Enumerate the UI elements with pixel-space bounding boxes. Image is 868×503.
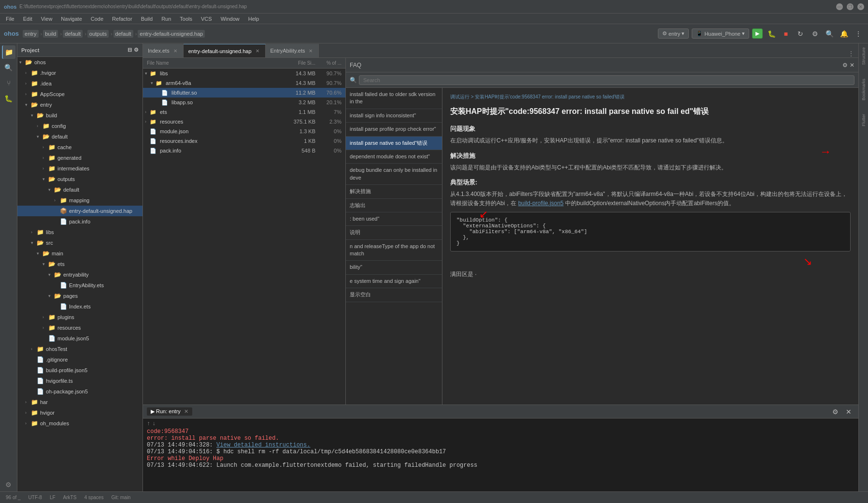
- tree-item[interactable]: ›📁resources: [17, 322, 142, 333]
- stop-button[interactable]: ■: [780, 28, 792, 40]
- tree-item[interactable]: 📄Index.ets: [17, 301, 142, 312]
- file-list-row[interactable]: 📄 libflutter.so 11.2 MB 70.6%: [143, 88, 345, 98]
- file-list-row[interactable]: 📄 resources.index 1 KB 0%: [143, 136, 345, 146]
- tree-item[interactable]: ▾📂entryability: [17, 269, 142, 280]
- tree-item[interactable]: ▾📂build: [17, 110, 142, 121]
- tree-item[interactable]: ›📁mapping: [17, 195, 142, 206]
- bottom-tool-scroll-down[interactable]: ↓: [152, 420, 156, 427]
- faq-list-item[interactable]: 说明: [346, 226, 442, 239]
- flutter-tab[interactable]: Flutter: [861, 114, 866, 126]
- settings-button[interactable]: ⚙: [809, 28, 821, 40]
- menu-navigate[interactable]: Navigate: [57, 15, 85, 23]
- breadcrumb-item[interactable]: build: [43, 30, 58, 38]
- menu-edit[interactable]: Edit: [19, 15, 36, 23]
- menu-refactor[interactable]: Refactor: [108, 15, 136, 23]
- tree-item[interactable]: ▾📂entry: [17, 99, 142, 110]
- breadcrumb-item[interactable]: entry: [23, 30, 38, 38]
- breadcrumb-item[interactable]: default: [114, 30, 133, 38]
- menu-vcs[interactable]: VCS: [197, 15, 216, 23]
- status-encoding[interactable]: UTF-8: [27, 495, 44, 500]
- bottom-settings-icon[interactable]: ⚙: [829, 406, 841, 418]
- tree-item[interactable]: ▾📂outputs: [17, 174, 142, 184]
- search-button[interactable]: 🔍: [824, 28, 835, 40]
- status-language[interactable]: ArkTS: [61, 495, 79, 500]
- file-list-row[interactable]: 📄 pack.info 548 B 0%: [143, 146, 345, 155]
- bottom-close-icon[interactable]: ✕: [843, 406, 854, 418]
- minimize-button[interactable]: —: [836, 3, 843, 10]
- tab-close-button[interactable]: ✕: [308, 48, 313, 54]
- debug-button[interactable]: 🐛: [766, 28, 777, 40]
- device-selector[interactable]: 📱 Huawei_Phone ▾: [692, 28, 749, 39]
- faq-link-build-profile[interactable]: build-profile.json5: [518, 200, 564, 207]
- tree-item[interactable]: ›📁.idea: [17, 78, 142, 89]
- tree-item[interactable]: 📦entry-default-unsigned.hap: [17, 206, 142, 216]
- faq-search-input[interactable]: [359, 75, 854, 85]
- tree-item[interactable]: ›📁hvigor: [17, 407, 142, 418]
- tab-close-button[interactable]: ✕: [255, 48, 260, 54]
- run-tab-close[interactable]: ✕: [184, 408, 188, 414]
- faq-list-item[interactable]: debug bundle can only be installed in de…: [346, 164, 442, 185]
- tree-item[interactable]: ▾📂ohos: [17, 57, 142, 68]
- tree-item[interactable]: ›📁AppScope: [17, 89, 142, 99]
- editor-tab[interactable]: Index.ets✕: [143, 44, 184, 57]
- faq-close-icon[interactable]: ✕: [850, 62, 854, 69]
- tree-item[interactable]: 📄oh-package.json5: [17, 386, 142, 397]
- more-options-button[interactable]: ⋮: [853, 28, 864, 40]
- faq-list-item[interactable]: dependent module does not exist": [346, 150, 442, 164]
- run-config-selector[interactable]: ⚙ entry ▾: [658, 28, 689, 39]
- faq-list-item[interactable]: 志输出: [346, 199, 442, 212]
- menu-file[interactable]: File: [2, 15, 18, 23]
- bookmarks-tab[interactable]: Bookmarks: [861, 79, 866, 100]
- faq-list-item[interactable]: e system time and sign again": [346, 275, 442, 288]
- sidebar-settings-icon[interactable]: ⚙: [134, 47, 139, 53]
- faq-list-item[interactable]: n and releaseType of the app do not matc…: [346, 240, 442, 261]
- tree-item[interactable]: 📄hvigorfile.ts: [17, 376, 142, 386]
- faq-list-item[interactable]: install failed due to older sdk version …: [346, 88, 442, 109]
- tree-item[interactable]: ▾📂main: [17, 248, 142, 259]
- log-link[interactable]: View detailed instructions.: [216, 442, 310, 448]
- faq-settings-icon[interactable]: ⚙: [842, 62, 848, 69]
- faq-list-item[interactable]: 解决措施: [346, 185, 442, 198]
- tree-item[interactable]: ›📁cache: [17, 142, 142, 153]
- run-tab[interactable]: ▶ Run: entry ✕: [147, 407, 192, 416]
- menu-run[interactable]: Run: [157, 15, 175, 23]
- menu-help[interactable]: Help: [244, 15, 263, 23]
- menu-view[interactable]: View: [37, 15, 57, 23]
- menu-tools[interactable]: Tools: [176, 15, 196, 23]
- activity-search-icon[interactable]: 🔍: [2, 61, 15, 74]
- menu-window[interactable]: Window: [217, 15, 243, 23]
- tree-item[interactable]: ▾📂ets: [17, 259, 142, 269]
- tree-item[interactable]: 📄build-profile.json5: [17, 365, 142, 376]
- tree-item[interactable]: 📄pack.info: [17, 216, 142, 227]
- activity-git-icon[interactable]: ⑂: [2, 76, 15, 90]
- tree-item[interactable]: 📄.gitignore: [17, 354, 142, 365]
- file-list-row[interactable]: 📄 libapp.so 3.2 MB 20.1%: [143, 98, 345, 107]
- editor-tab[interactable]: EntryAbility.ets✕: [266, 44, 319, 57]
- tab-close-button[interactable]: ✕: [172, 48, 178, 54]
- maximize-button[interactable]: ❐: [847, 3, 854, 10]
- tree-item[interactable]: ▾📂default: [17, 131, 142, 142]
- tree-item[interactable]: ›📁oh_modules: [17, 418, 142, 429]
- activity-debug-icon[interactable]: 🐛: [2, 92, 15, 105]
- breadcrumb-item[interactable]: entry-default-unsigned.hap: [138, 30, 205, 38]
- file-list-row[interactable]: › 📁 ets 1.1 MB 7%: [143, 107, 345, 117]
- activity-settings-icon[interactable]: ⚙: [2, 478, 15, 491]
- bottom-tool-scroll-up[interactable]: ↑: [147, 420, 150, 427]
- tree-item[interactable]: ▾📂src: [17, 238, 142, 248]
- status-line-col[interactable]: 96 of _: [4, 495, 23, 500]
- tree-item[interactable]: ›📁ohosTest: [17, 344, 142, 354]
- tree-item[interactable]: 📄EntryAbility.ets: [17, 280, 142, 291]
- faq-list-item[interactable]: install parse profile prop check error": [346, 123, 442, 136]
- file-list-row[interactable]: ▾ 📁 libs 14.3 MB 90.7%: [143, 69, 345, 78]
- tree-item[interactable]: ▾📂default: [17, 184, 142, 195]
- notifications-button[interactable]: 🔔: [838, 28, 850, 40]
- status-git[interactable]: Git: main: [109, 495, 132, 500]
- tree-item[interactable]: 📄module.json5: [17, 333, 142, 344]
- tab-more-button[interactable]: ⋮: [844, 50, 858, 57]
- run-button[interactable]: ▶: [752, 28, 763, 39]
- tree-item[interactable]: ›📁generated: [17, 153, 142, 163]
- breadcrumb-item[interactable]: default: [63, 30, 83, 38]
- breadcrumb-item[interactable]: outputs: [87, 30, 109, 38]
- tree-item[interactable]: ›📁plugins: [17, 312, 142, 322]
- status-indent[interactable]: 4 spaces: [82, 495, 105, 500]
